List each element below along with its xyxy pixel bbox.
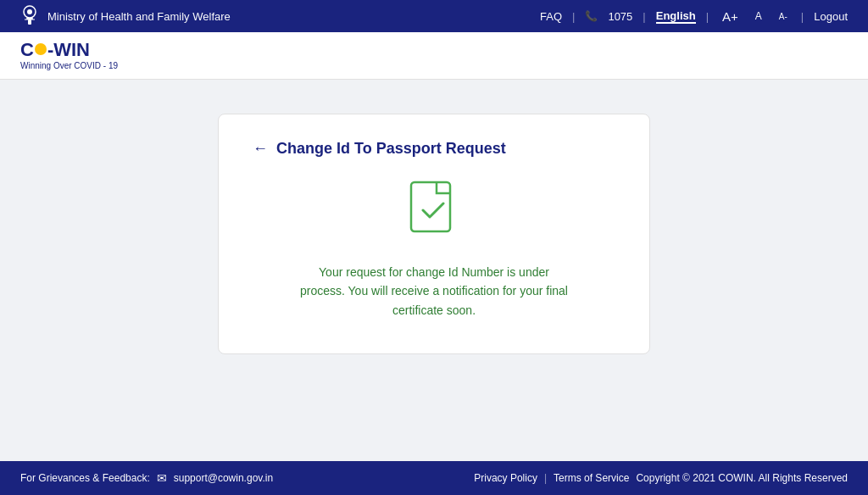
logo-o-circle [35,43,47,55]
card-title-row: ← Change Id To Passport Request [253,140,615,158]
top-nav-right: FAQ | 📞 1075 | English | A+ A A- | Logou… [540,8,848,25]
terms-link[interactable]: Terms of Service [554,472,629,484]
divider-3: | [706,10,709,23]
footer-divider: | [544,472,547,484]
copyright-text: Copyright © 2021 COWIN. All Rights Reser… [636,472,848,484]
success-area: Your request for change Id Number is und… [253,178,615,320]
divider-2: | [643,10,645,23]
email-icon: ✉ [157,471,167,485]
grievance-label: For Grievances & Feedback: [20,472,150,484]
success-message: Your request for change Id Number is und… [298,263,570,320]
ministry-title: Ministry of Health and Family Welfare [47,10,231,23]
change-id-card: ← Change Id To Passport Request Your req… [218,114,650,354]
phone-icon: 📞 [585,10,598,22]
svg-rect-5 [411,182,450,231]
email-link[interactable]: support@cowin.gov.in [174,472,273,484]
logo-subtitle: Winning Over COVID - 19 [20,61,118,70]
font-medium-button[interactable]: A [752,9,765,23]
divider-1: | [572,10,575,23]
main-content: ← Change Id To Passport Request Your req… [0,80,868,461]
phone-link[interactable]: 1075 [608,10,632,23]
logout-link[interactable]: Logout [814,10,848,23]
footer-left: For Grievances & Feedback: ✉ support@cow… [20,471,273,485]
top-nav-left: Ministry of Health and Family Welfare [20,5,231,27]
svg-point-1 [27,9,32,14]
success-doc-icon [404,178,464,246]
card-title: Change Id To Passport Request [276,140,506,158]
logo-container: C-WIN Winning Over COVID - 19 [20,41,118,70]
logo-main: C-WIN [20,41,118,59]
divider-4: | [801,10,804,23]
svg-rect-3 [28,19,31,25]
back-arrow-button[interactable]: ← [253,140,268,158]
footer: For Grievances & Feedback: ✉ support@cow… [0,461,868,495]
header-bar: C-WIN Winning Over COVID - 19 [0,32,868,80]
font-large-button[interactable]: A+ [719,8,742,25]
gov-emblem-icon [20,5,39,27]
font-small-button[interactable]: A- [776,11,791,22]
privacy-policy-link[interactable]: Privacy Policy [474,472,537,484]
lang-english-link[interactable]: English [656,9,696,24]
footer-right: Privacy Policy | Terms of Service Copyri… [474,472,848,484]
faq-link[interactable]: FAQ [540,10,562,23]
top-nav-bar: Ministry of Health and Family Welfare FA… [0,0,868,32]
